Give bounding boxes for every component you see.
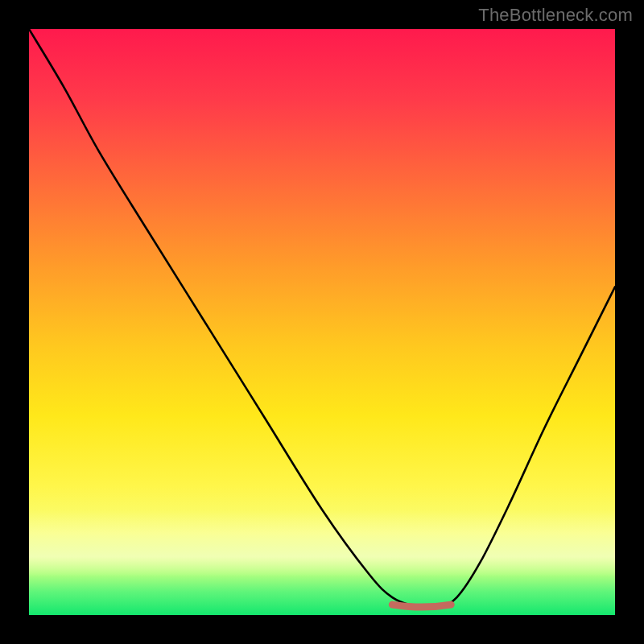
flat-segment-marker [392,605,451,607]
curve-svg [29,29,615,615]
bottleneck-curve-path [29,29,615,607]
watermark-text: TheBottleneck.com [478,5,633,26]
plot-area [29,29,615,615]
chart-frame: TheBottleneck.com [0,0,644,644]
